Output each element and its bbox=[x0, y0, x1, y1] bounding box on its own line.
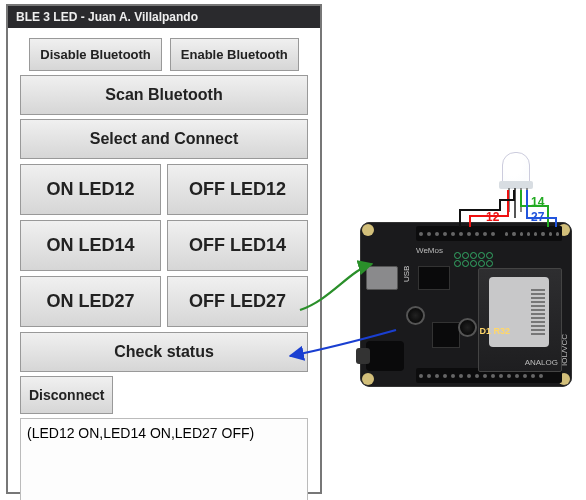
off-led14-button[interactable]: OFF LED14 bbox=[167, 220, 308, 271]
off-led12-button[interactable]: OFF LED12 bbox=[167, 164, 308, 215]
on-led14-button[interactable]: ON LED14 bbox=[20, 220, 161, 271]
disconnect-button[interactable]: Disconnect bbox=[20, 376, 113, 414]
inductor-b bbox=[458, 318, 477, 337]
status-output: (LED12 ON,LED14 ON,LED27 OFF) bbox=[20, 418, 308, 500]
board-d1-r32: USB D1 R32 WeMos IOL/VCC ANALOG bbox=[360, 222, 572, 387]
scan-bluetooth-button[interactable]: Scan Bluetooth bbox=[20, 75, 308, 115]
dc-barrel-jack bbox=[366, 341, 404, 371]
pin27-label: 27 bbox=[531, 210, 544, 224]
chip-usb-serial bbox=[418, 266, 450, 290]
select-connect-button[interactable]: Select and Connect bbox=[20, 119, 308, 159]
led-lead-g bbox=[520, 188, 522, 212]
esp32-module bbox=[478, 268, 562, 372]
enable-bluetooth-button[interactable]: Enable Bluetooth bbox=[170, 38, 299, 71]
inductor-a bbox=[406, 306, 425, 325]
led-lead-b bbox=[526, 188, 528, 208]
app-title: BLE 3 LED - Juan A. Villalpando bbox=[16, 10, 198, 24]
disable-bluetooth-button[interactable]: Disable Bluetooth bbox=[29, 38, 162, 71]
app-window: BLE 3 LED - Juan A. Villalpando Disable … bbox=[6, 4, 322, 494]
pin14-label: 14 bbox=[531, 195, 544, 209]
board-model-label: D1 R32 bbox=[479, 326, 510, 336]
header-top-right bbox=[502, 226, 562, 241]
off-led27-button[interactable]: OFF LED27 bbox=[167, 276, 308, 327]
chip-regulator bbox=[432, 322, 460, 348]
pin12-label: 12 bbox=[486, 210, 499, 224]
status-text: (LED12 ON,LED14 ON,LED27 OFF) bbox=[27, 425, 254, 441]
board-analog-label: ANALOG bbox=[525, 358, 558, 367]
rf-shield bbox=[489, 277, 549, 347]
led-lead-gnd bbox=[514, 188, 516, 218]
usb-port bbox=[366, 266, 398, 290]
app-content: Disable Bluetooth Enable Bluetooth Scan … bbox=[8, 28, 320, 500]
check-status-button[interactable]: Check status bbox=[20, 332, 308, 372]
rgb-led-icon bbox=[502, 152, 530, 188]
on-led12-button[interactable]: ON LED12 bbox=[20, 164, 161, 215]
on-led27-button[interactable]: ON LED27 bbox=[20, 276, 161, 327]
board-brand-label: WeMos bbox=[416, 246, 443, 255]
board-iovcc-label: IOL/VCC bbox=[560, 334, 569, 366]
pad-grid bbox=[454, 252, 494, 266]
usb-label: USB bbox=[402, 266, 411, 282]
app-titlebar: BLE 3 LED - Juan A. Villalpando bbox=[8, 6, 320, 28]
led-lead-r bbox=[508, 188, 510, 212]
